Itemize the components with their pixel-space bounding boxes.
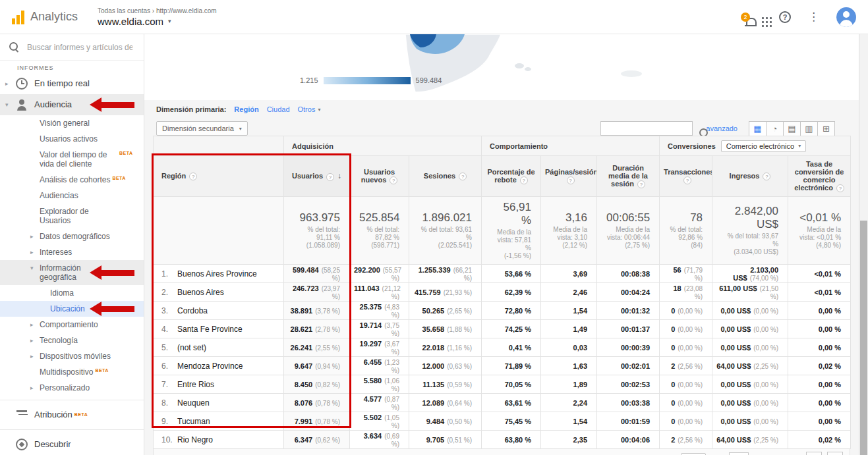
summary-value: 78 <box>669 211 703 225</box>
help-icon[interactable]: ? <box>189 173 197 180</box>
chevron-right-icon[interactable]: ▸ <box>30 353 40 360</box>
sidebar-item-informacion-geografica[interactable]: ▾Información geográfica <box>0 260 144 285</box>
sidebar-item-ubicacion[interactable]: Ubicación <box>0 301 144 317</box>
primary-dimension-city[interactable]: Ciudad <box>267 105 290 113</box>
sidebar-item-audiencias[interactable]: Audiencias <box>0 188 144 203</box>
table-search-button[interactable] <box>698 127 701 130</box>
table-search-input[interactable] <box>600 121 693 136</box>
metric-cell: 9.647(0,94 %) <box>284 357 350 375</box>
chevron-right-icon[interactable]: ▸ <box>30 321 40 328</box>
sidebar-item-idioma[interactable]: Idioma <box>0 285 144 301</box>
region-link[interactable]: Mendoza Province <box>177 361 243 371</box>
chevron-right-icon[interactable]: ▸ <box>30 337 40 344</box>
help-icon[interactable]: ? <box>637 180 645 188</box>
region-link[interactable]: Rio Negro <box>177 435 213 444</box>
metric-value: 00:01:37 <box>621 325 650 333</box>
sidebar-item-tecnologia[interactable]: ▸Tecnología <box>0 333 144 348</box>
view-table-button[interactable]: ▦ <box>749 121 767 136</box>
metric-cell: 0,02 % <box>788 357 851 375</box>
advanced-search-link[interactable]: avanzado <box>706 124 738 132</box>
sidebar-item-comportamiento[interactable]: ▸Comportamiento <box>0 317 144 333</box>
chevron-right-icon[interactable]: ▸ <box>5 80 14 87</box>
sidebar-item-usuarios-activos[interactable]: Usuarios activos <box>0 131 144 147</box>
sidebar-item-multidispositivo[interactable]: MultidispositivoBETA <box>0 364 144 380</box>
view-comparison-button[interactable]: ▥ <box>800 121 818 136</box>
help-icon[interactable]: ? <box>763 173 770 180</box>
column-header-usuarios[interactable]: Usuarios?↓ <box>284 156 350 197</box>
chevron-right-icon[interactable]: ▸ <box>30 233 40 240</box>
metric-value: 2,46 <box>573 288 587 296</box>
ecommerce-selector[interactable]: Comercio electrónico▾ <box>721 140 806 152</box>
region-link[interactable]: (not set) <box>177 343 206 352</box>
sidebar-item-intereses[interactable]: ▸Intereses <box>0 244 144 260</box>
column-header-porcentaje-de-rebote[interactable]: Porcentaje de rebote? <box>482 156 541 197</box>
goto-page-input[interactable] <box>729 452 749 455</box>
region-link[interactable]: Neuquen <box>177 398 210 408</box>
conversions-group: ConversionesComercio electrónico▾ <box>668 140 846 152</box>
next-page-button[interactable]: › <box>827 452 843 455</box>
sidebar-item-explorador-de-usuarios[interactable]: Explorador de Usuarios <box>0 203 144 228</box>
sidebar-item-atribucion[interactable]: AtribuciónBETA <box>0 404 144 425</box>
sidebar-item-descubrir[interactable]: Descubrir <box>0 434 144 455</box>
column-header-ingresos[interactable]: Ingresos? <box>712 156 788 197</box>
region-link[interactable]: Cordoba <box>177 306 208 315</box>
sidebar-item-analisis-de-cohortes[interactable]: Análisis de cohortesBETA <box>0 172 144 188</box>
column-header-transacciones[interactable]: Transacciones? <box>660 156 712 197</box>
scrollbar-thumb[interactable] <box>860 221 867 455</box>
account-switcher[interactable]: www.eldia.com ▾ <box>98 16 217 27</box>
group-header-conversiones: ConversionesComercio electrónico▾ <box>660 136 851 156</box>
breadcrumb[interactable]: Todas las cuentas › http://www.eldia.com <box>98 7 217 14</box>
analytics-logo-icon[interactable] <box>12 10 24 24</box>
column-header-tasa-de-conversion-de-comercio-electronico[interactable]: Tasa de conversión de comercio electróni… <box>788 156 851 197</box>
primary-dimension-region[interactable]: Región <box>234 105 258 113</box>
region-link[interactable]: Entre Rios <box>177 380 214 389</box>
region-link[interactable]: Santa Fe Province <box>177 325 243 334</box>
sidebar-item-personalizado[interactable]: ▸Personalizado <box>0 380 144 396</box>
geo-map[interactable] <box>369 34 659 99</box>
metric-cell: 0,00 % <box>788 375 851 394</box>
prev-page-button[interactable]: ‹ <box>806 452 822 455</box>
help-icon[interactable]: ? <box>567 176 575 184</box>
primary-dimension-other[interactable]: Otros ▾ <box>298 105 321 113</box>
help-icon[interactable]: ? <box>683 176 691 184</box>
rows-per-page-select[interactable]: 10 ▾ <box>681 453 706 455</box>
chevron-right-icon[interactable]: ▸ <box>30 249 40 255</box>
column-header-region[interactable]: Región? <box>154 156 284 197</box>
vertical-scrollbar[interactable] <box>859 34 868 455</box>
sidebar-item-dispositivos-moviles[interactable]: ▸Dispositivos móviles <box>0 348 144 364</box>
metric-percent: (0,82 %) <box>315 381 340 388</box>
metric-value: 7.991 <box>295 417 313 425</box>
avatar[interactable] <box>836 7 856 27</box>
view-percentage-button[interactable]: ◔ <box>766 121 784 136</box>
view-pivot-button[interactable]: ⊞ <box>817 121 835 136</box>
sidebar-item-audiencia[interactable]: ▾Audiencia <box>0 94 144 115</box>
help-icon[interactable]: ? <box>390 176 397 184</box>
more-options-button[interactable]: ⋮ <box>808 11 819 23</box>
column-header-paginas-sesion[interactable]: Páginas/sesión? <box>541 156 597 197</box>
metric-value: 5.502 <box>364 414 382 421</box>
help-icon[interactable]: ? <box>459 173 467 180</box>
help-button[interactable]: ? <box>779 11 791 23</box>
summary-cell: 56,91 %Media de la vista: 57,81 %(-1,56 … <box>482 197 541 265</box>
sidebar-search-input[interactable] <box>27 43 132 52</box>
region-link[interactable]: Tucuman <box>177 417 210 426</box>
chevron-down-icon[interactable]: ▾ <box>5 101 14 108</box>
help-icon[interactable]: ? <box>326 173 334 181</box>
column-header-usuarios-nuevos[interactable]: Usuarios nuevos? <box>350 156 409 197</box>
sidebar-search[interactable] <box>0 34 144 61</box>
help-icon[interactable]: ? <box>836 184 844 192</box>
chevron-right-icon[interactable]: ▸ <box>30 385 40 391</box>
sidebar-item-vision-general[interactable]: Visión general <box>0 115 144 131</box>
column-header-sesiones[interactable]: Sesiones? <box>409 156 482 197</box>
secondary-dimension-button[interactable]: Dimensión secundaria ▾ <box>156 121 248 136</box>
region-link[interactable]: Buenos Aires <box>177 288 224 297</box>
region-link[interactable]: Buenos Aires Province <box>177 269 257 279</box>
view-performance-button[interactable]: ▤ <box>783 121 801 136</box>
metric-percent: (23,97 %) <box>322 285 340 300</box>
sidebar-item-datos-demograficos[interactable]: ▸Datos demográficos <box>0 228 144 244</box>
sidebar-item-en-tiempo-real[interactable]: ▸En tiempo real <box>0 73 144 94</box>
column-header-duracion-media-de-la-sesion[interactable]: Duración media de la sesión? <box>597 156 660 197</box>
sidebar-item-valor-del-tiempo-de-vida-del-cliente[interactable]: Valor del tiempo de vida del clienteBETA <box>0 147 144 172</box>
help-icon[interactable]: ? <box>520 176 528 184</box>
chevron-down-icon[interactable]: ▾ <box>30 265 40 271</box>
